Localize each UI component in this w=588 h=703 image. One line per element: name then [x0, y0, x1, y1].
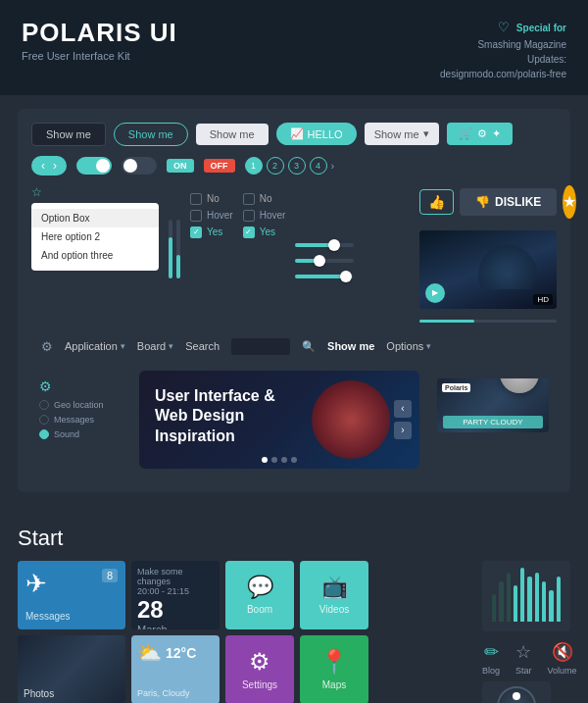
start-section: Start ✈ 8 Messages Make some changes 20:…: [0, 516, 588, 704]
off-badge[interactable]: OFF: [204, 159, 235, 173]
messages-tile[interactable]: ✈ 8 Messages: [18, 561, 125, 629]
maps-tile-icon: 📍: [319, 648, 349, 676]
calendar-date: 28: [137, 596, 214, 624]
checkbox-yes-2[interactable]: ✓: [243, 226, 255, 238]
updates-url: designmodo.com/polaris-free: [440, 69, 566, 79]
show-me-light-button[interactable]: Show me: [196, 124, 269, 145]
weather-tile-city: Paris, Cloudy: [137, 688, 214, 698]
photos-tile[interactable]: Photos: [18, 635, 125, 704]
nav-arrow-3: ▾: [426, 341, 431, 351]
bar-8: [549, 590, 553, 622]
blog-icon-item[interactable]: ✏ Blog: [482, 641, 500, 676]
like-button[interactable]: 👍: [419, 189, 454, 215]
weather-condition-label: PARTY CLOUDY: [443, 416, 543, 428]
nav-show-me[interactable]: Show me: [327, 340, 374, 352]
show-me-select-button[interactable]: Show me ▾: [365, 123, 439, 145]
settings-sound[interactable]: Sound: [39, 429, 122, 439]
bar-0: [492, 594, 496, 622]
banner-dot-3[interactable]: [281, 457, 287, 463]
nav-board[interactable]: Board ▾: [137, 340, 173, 352]
navbar-search-input[interactable]: [231, 338, 290, 355]
special-for: Special for: [516, 23, 566, 33]
bar-5: [527, 577, 531, 622]
boom-tile-label: Boom: [247, 604, 272, 615]
thumbs-down-icon: 👎: [475, 195, 490, 209]
main-content: Show me Show me Show me 📈 HELLO Show me …: [0, 95, 588, 516]
ui-components-panel: Show me Show me Show me 📈 HELLO Show me …: [18, 109, 570, 492]
boom-icon: 💬: [247, 575, 273, 600]
search-icon[interactable]: 🔍: [302, 340, 316, 353]
navigation-arrows[interactable]: ‹ ›: [31, 156, 67, 176]
settings-messages[interactable]: Messages: [39, 415, 122, 425]
nav-application[interactable]: Application ▾: [65, 340, 125, 352]
cb-row-hover-1: Hover: [190, 210, 233, 222]
radio-sound[interactable]: [39, 429, 49, 439]
weather-tile[interactable]: ⛅ 12°C Paris, Cloudy: [131, 635, 220, 704]
cart-button[interactable]: 🛒 ⚙ ✦: [447, 123, 513, 145]
maps-tile[interactable]: 📍 Maps: [300, 635, 368, 704]
videos-icon: 📺: [321, 575, 348, 600]
show-me-dark-button[interactable]: Show me: [31, 123, 106, 146]
slider-3[interactable]: [295, 275, 354, 278]
checkbox-hover-2[interactable]: [243, 210, 255, 222]
settings-tile-label: Settings: [242, 679, 277, 690]
right-panel-section: ✏ Blog ☆ Star 🔇 Volume OFF: [472, 561, 570, 704]
settings-tile[interactable]: ⚙ Settings: [225, 635, 294, 704]
checkbox-no-1[interactable]: [190, 193, 202, 205]
radio-messages[interactable]: [39, 415, 49, 425]
header-right: ♡ Special for Smashing Magazine Updates:…: [440, 18, 566, 81]
slider-1[interactable]: [295, 243, 354, 247]
paper-plane-icon: ✈: [25, 569, 47, 599]
show-me-teal-button[interactable]: Show me: [114, 123, 188, 146]
volume-icon: 🔇: [552, 641, 573, 663]
calendar-make-changes: Make some changes: [137, 567, 214, 586]
on-badge[interactable]: ON: [167, 159, 194, 173]
slider-2[interactable]: [295, 259, 354, 263]
dropdown-item-2[interactable]: Here option 2: [31, 227, 159, 246]
page-next-arrow[interactable]: ›: [331, 160, 335, 172]
banner-dot-1[interactable]: [262, 457, 268, 463]
nav-search[interactable]: Search: [185, 340, 220, 352]
video-progress-bar[interactable]: [419, 320, 557, 323]
dial-knob-outer[interactable]: OFF: [497, 686, 536, 704]
page-2[interactable]: 2: [267, 157, 284, 175]
videos-tile[interactable]: 📺 Videos: [300, 561, 368, 629]
settings-geo[interactable]: Geo location: [39, 400, 122, 410]
dislike-button[interactable]: 👎 DISLIKE: [460, 188, 557, 216]
banner-dot-2[interactable]: [271, 457, 277, 463]
banner-prev-button[interactable]: ‹: [394, 400, 412, 418]
banner-dot-4[interactable]: [291, 457, 297, 463]
album-label: Polaris: [442, 383, 470, 392]
settings-icon-sm: ⚙: [477, 127, 487, 140]
checkbox-no-2[interactable]: [243, 193, 255, 205]
checkbox-yes-1[interactable]: ✓: [190, 226, 202, 238]
widgets-row: ⚙ Geo location Messages Sound User Inter…: [31, 371, 557, 469]
radio-geo[interactable]: [39, 400, 49, 410]
page-1[interactable]: 1: [245, 157, 263, 175]
dropdown-item-1[interactable]: Option Box: [31, 209, 159, 227]
right-arrow-icon: ›: [53, 159, 57, 173]
dropdown-item-3[interactable]: And option three: [31, 246, 159, 265]
dial-widget: OFF: [482, 681, 551, 704]
cart-icon: 🛒: [459, 127, 472, 140]
video-play-button[interactable]: ▶: [425, 283, 445, 303]
settings-gear-icon[interactable]: ⚙: [41, 339, 53, 354]
calendar-tile[interactable]: Make some changes 20:00 - 21:15 28 March: [131, 561, 220, 629]
toggle-off[interactable]: [122, 157, 157, 175]
star-label: Star: [515, 666, 532, 676]
nav-options[interactable]: Options ▾: [386, 340, 431, 352]
toggle-on[interactable]: [76, 157, 112, 175]
boom-tile[interactable]: 💬 Boom: [225, 561, 294, 629]
page-3[interactable]: 3: [288, 157, 306, 175]
checkbox-hover-1[interactable]: [190, 210, 202, 222]
photos-tile-label: Photos: [24, 688, 54, 699]
hello-button[interactable]: 📈 HELLO: [276, 123, 357, 145]
star-icon-item[interactable]: ☆ Star: [515, 641, 532, 676]
magazine-name: Smashing Magazine: [477, 39, 566, 50]
star-rating-button[interactable]: ★: [563, 185, 576, 219]
nav-arrow-2: ▾: [169, 341, 173, 351]
volume-icon-item[interactable]: 🔇 Volume: [548, 641, 577, 676]
banner-next-button[interactable]: ›: [394, 422, 412, 439]
page-4[interactable]: 4: [310, 157, 327, 175]
header: POLARIS UI Free User Interface Kit ♡ Spe…: [0, 0, 588, 95]
